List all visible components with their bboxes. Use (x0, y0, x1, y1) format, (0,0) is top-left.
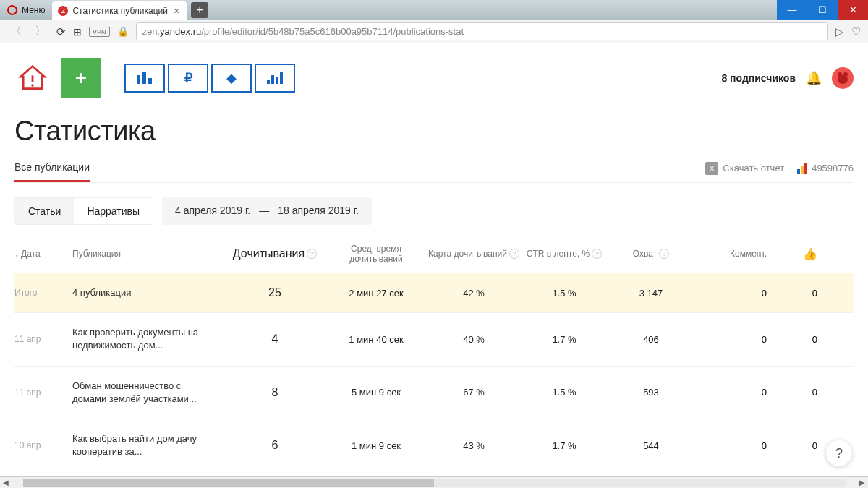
tool-stats[interactable] (255, 64, 295, 93)
tool-favorite[interactable]: ◆ (211, 64, 252, 93)
col-read-map[interactable]: Карта дочитываний ? (427, 249, 521, 259)
col-publication[interactable]: Публикация (72, 249, 224, 259)
svg-rect-6 (271, 75, 274, 84)
filters: Статьи Нарративы 4 апреля 2019 г. — 18 а… (14, 197, 854, 225)
minimize-button[interactable]: — (777, 0, 807, 20)
avatar[interactable] (832, 67, 854, 89)
table-row[interactable]: 10 апр Как выбрать найти дом дачу коопер… (14, 419, 854, 471)
page-title: Статистика (14, 116, 854, 147)
svg-rect-7 (276, 77, 278, 84)
col-reads[interactable]: Дочитывания ? (224, 247, 326, 260)
opera-icon (7, 5, 17, 15)
page-header: + ₽ ◆ 8 подписчиков 🔔 (14, 58, 854, 98)
segment-narratives[interactable]: Нарративы (74, 198, 153, 224)
speed-dial-button[interactable]: ⊞ (73, 26, 82, 38)
scrollbar-thumb[interactable] (23, 479, 434, 487)
thumbs-up-icon: 👍 (803, 247, 817, 261)
scroll-left-arrow[interactable]: ◀ (0, 479, 12, 487)
table-row[interactable]: 11 апр Как проверить документы на недвиж… (14, 312, 854, 365)
metrika-counter[interactable]: 49598776 (797, 163, 854, 174)
svg-rect-8 (280, 72, 283, 84)
notifications-icon[interactable]: 🔔 (806, 70, 822, 86)
new-tab-button[interactable]: + (191, 2, 208, 18)
svg-rect-5 (267, 80, 270, 84)
reload-button[interactable]: ⟳ (56, 25, 66, 38)
url-field[interactable]: zen.yandex.ru/profile/editor/id/5b48b75a… (136, 22, 828, 40)
table-row[interactable]: 11 апр Обман мошенничество с домами земл… (14, 366, 854, 419)
svg-rect-2 (137, 75, 140, 84)
page-content: + ₽ ◆ 8 подписчиков 🔔 Статистика Все пуб… (0, 43, 868, 471)
col-comments[interactable]: Коммент. (694, 249, 767, 259)
send-icon[interactable]: ▷ (835, 25, 844, 38)
help-icon[interactable]: ? (659, 249, 669, 259)
total-label: Итого (14, 288, 72, 298)
svg-point-11 (838, 75, 848, 84)
sort-arrow-icon: ↓ (14, 249, 19, 259)
tab-close-icon[interactable]: × (172, 5, 181, 17)
back-button[interactable]: 〈 (7, 24, 25, 39)
col-avg-time[interactable]: Сред. время дочитываний (326, 244, 427, 264)
help-icon[interactable]: ? (592, 249, 602, 259)
subscribers-count: 8 подписчиков (721, 72, 796, 84)
tab-favicon: Z (58, 6, 68, 16)
window-controls: — ☐ ✕ (777, 0, 868, 20)
scrollbar-track[interactable] (23, 479, 845, 487)
metrika-icon (797, 163, 807, 174)
browser-menu-button[interactable]: Меню (0, 0, 52, 20)
xls-icon: X (705, 162, 718, 175)
svg-point-1 (31, 84, 34, 87)
col-likes[interactable]: 👍 (767, 247, 817, 261)
help-icon[interactable]: ? (509, 249, 519, 259)
heart-icon[interactable]: ♡ (851, 25, 861, 38)
tool-karma[interactable] (124, 64, 165, 93)
maximize-button[interactable]: ☐ (807, 0, 838, 20)
segment-articles[interactable]: Статьи (15, 198, 74, 224)
tool-money[interactable]: ₽ (168, 64, 208, 93)
tab-all-publications[interactable]: Все публикации (14, 154, 90, 182)
scroll-right-arrow[interactable]: ▶ (856, 479, 868, 487)
window-titlebar: Меню Z Статистика публикаций × + — ☐ ✕ (0, 0, 868, 20)
close-window-button[interactable]: ✕ (838, 0, 868, 20)
address-bar: 〈 〉 ⟳ ⊞ VPN 🔒 zen.yandex.ru/profile/edit… (0, 20, 868, 43)
tab-title: Статистика публикаций (72, 6, 168, 16)
tabs-row: Все публикации X Скачать отчет 49598776 (14, 154, 854, 183)
svg-rect-4 (148, 78, 152, 84)
col-date[interactable]: ↓Дата (14, 249, 72, 259)
create-button[interactable]: + (61, 58, 101, 98)
channel-logo[interactable] (14, 60, 51, 96)
horizontal-scrollbar[interactable]: ◀ ▶ (0, 476, 868, 488)
content-type-segment: Статьи Нарративы (14, 197, 153, 225)
table-header: ↓Дата Публикация Дочитывания ? Сред. вре… (14, 244, 854, 273)
table-row-total: Итого 4 публикации 25 2 мин 27 сек 42 % … (14, 273, 854, 312)
lock-icon: 🔒 (117, 26, 129, 37)
help-icon[interactable]: ? (307, 249, 317, 259)
browser-tab[interactable]: Z Статистика публикаций × (52, 1, 187, 20)
vpn-badge[interactable]: VPN (89, 27, 110, 37)
house-warning-icon (17, 62, 48, 94)
svg-rect-3 (142, 72, 146, 84)
bear-icon (836, 72, 849, 85)
help-fab-button[interactable]: ? (826, 440, 852, 466)
col-ctr[interactable]: CTR в ленте, % ? (521, 249, 608, 259)
menu-label: Меню (22, 5, 45, 15)
stats-table: ↓Дата Публикация Дочитывания ? Сред. вре… (14, 244, 854, 471)
forward-button[interactable]: 〉 (32, 24, 49, 39)
download-report-link[interactable]: X Скачать отчет (705, 162, 784, 175)
col-reach[interactable]: Охват ? (608, 249, 694, 259)
toolbar: ₽ ◆ (124, 64, 295, 93)
date-range-picker[interactable]: 4 апреля 2019 г. — 18 апреля 2019 г. (162, 197, 372, 225)
